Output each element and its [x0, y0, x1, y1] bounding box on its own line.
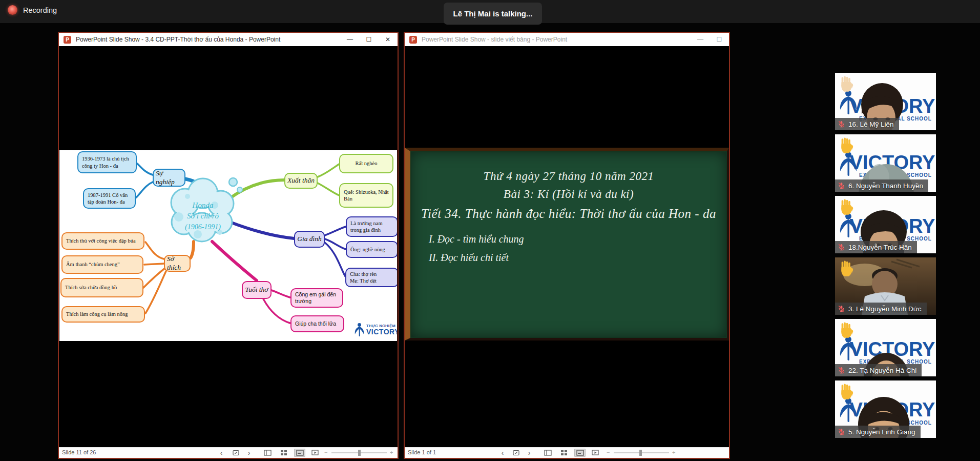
active-speaker-toast: Lê Thị Mai is talking...: [444, 3, 542, 25]
zoom-slider-thumb[interactable]: [639, 450, 642, 456]
mindmap-node: 1936-1973 là chủ tịch công ty Hon - đa: [77, 151, 137, 173]
slide-indicator: Slide 11 of 26: [62, 449, 96, 455]
recording-label: Recording: [23, 6, 57, 14]
chalkboard-slide: Thứ 4 ngày 27 tháng 10 năm 2021 Bài 3: K…: [405, 148, 729, 340]
mindmap-category-family: Gia đình: [294, 231, 325, 248]
mindmap-category-hobby: Sở thích: [164, 255, 191, 272]
normal-view-icon: [264, 450, 272, 456]
participant-tile[interactable]: VICTORY EXPERIMENTAL SCHOOL 6. Nguyễn Th…: [835, 134, 936, 192]
maximize-button[interactable]: ☐: [365, 36, 372, 43]
minimize-button[interactable]: —: [697, 36, 704, 43]
mic-muted-icon: [838, 120, 845, 128]
participant-tile[interactable]: 3. Lê Nguyễn Minh Đức: [835, 257, 936, 315]
normal-view-button[interactable]: [542, 449, 553, 457]
participant-tile[interactable]: VICTORY EXPERIMENTAL SCHOOL: [835, 196, 936, 253]
participant-name-bar: 16. Lê Mỹ Liên: [835, 118, 899, 130]
slide-sorter-icon: [560, 450, 568, 456]
center-line1: Honda: [169, 200, 237, 211]
window-title: PowerPoint Slide Show - 3.4 CD-PPT-Thời …: [76, 36, 280, 43]
participant-name: 18.Nguyễn Trúc Hân: [848, 244, 912, 251]
mindmap-node: 1987-1991 Cố vấn tập đoàn Hon- đa: [83, 188, 136, 209]
victory-bird-icon: [355, 322, 364, 338]
slideshow-view-button[interactable]: [309, 449, 321, 457]
mindmap-category-career: Sự nghiệp: [153, 169, 185, 187]
close-button[interactable]: ✕: [384, 36, 391, 43]
ppt-statusbar: Slide 11 of 26 ‹ ›: [59, 447, 398, 458]
mic-muted-icon: [838, 428, 845, 436]
slide-sorter-view-button[interactable]: [558, 449, 570, 457]
reading-view-button[interactable]: [294, 449, 305, 457]
zoom-in-button[interactable]: +: [390, 449, 393, 455]
normal-view-icon: [544, 450, 552, 456]
slide-sorter-view-button[interactable]: [278, 449, 289, 457]
previous-slide-button[interactable]: ‹: [497, 449, 508, 457]
mindmap-category-childhood: Tuổi thơ: [242, 281, 272, 299]
participant-name: 5. Nguyễn Linh Giang: [848, 428, 915, 436]
raised-hand-icon: [839, 260, 854, 277]
board-section-1: I. Đọc - tìm hiểu chung: [429, 233, 524, 245]
mindmap-node: Âm thanh “chùm cheng”: [61, 255, 143, 274]
previous-slide-button[interactable]: ‹: [216, 449, 227, 457]
zoom-out-button[interactable]: −: [607, 449, 610, 455]
mindmap-node: Ông: nghề nông: [346, 241, 397, 258]
mindmap-node: Giúp cha thổi lửa: [290, 315, 344, 332]
participant-name-bar: 5. Nguyễn Linh Giang: [835, 426, 921, 438]
annotation-pen-icon: [233, 450, 239, 456]
maximize-button[interactable]: ☐: [716, 36, 723, 43]
slide-sorter-icon: [280, 450, 287, 456]
normal-view-button[interactable]: [262, 449, 273, 457]
mindmap-node: Là trưởng nam trong gia đình: [346, 216, 397, 237]
reading-view-icon: [296, 450, 304, 456]
mindmap-node: Quê: Shizuoka, Nhật Bản: [339, 183, 393, 208]
mindmap-node: Thích làm công cụ làm nông: [61, 306, 145, 323]
minimize-button[interactable]: —: [346, 36, 353, 43]
participant-name-bar: 22. Tạ Nguyễn Hà Chi: [835, 364, 922, 376]
slideshow-icon: [592, 450, 599, 456]
mindmap-node: Thích sửa chữa đồng hồ: [60, 278, 143, 297]
window-controls: — ☐: [697, 33, 723, 46]
board-section-2: II. Đọc hiểu chi tiết: [429, 252, 509, 264]
window-controls: — ☐ ✕: [346, 33, 391, 46]
mindmap-node: Cha: thợ rèn Mẹ: Thợ dệt: [345, 268, 397, 287]
participant-name: 22. Tạ Nguyễn Hà Chi: [848, 367, 916, 374]
window-title: PowerPoint Slide Show - slide viết bảng …: [422, 36, 567, 43]
mindmap-node: Cõng em gái đến trường: [290, 288, 343, 308]
recording-dot-icon: [8, 5, 17, 15]
next-slide-button[interactable]: ›: [243, 449, 255, 457]
ppt-window-honda: P PowerPoint Slide Show - 3.4 CD-PPT-Thờ…: [58, 32, 399, 459]
raised-hand-icon: [839, 384, 854, 400]
mic-muted-icon: [838, 305, 845, 313]
mic-muted-icon: [838, 182, 845, 190]
mindmap-node: Thích thú với công việc đập búa: [61, 232, 144, 250]
reading-view-icon: [576, 450, 584, 456]
mic-muted-icon: [838, 243, 845, 251]
mindmap-category-origin: Xuất thân: [284, 173, 318, 189]
mic-muted-icon: [838, 366, 845, 374]
ppt-window-board: P PowerPoint Slide Show - slide viết bản…: [404, 32, 730, 459]
participant-tile[interactable]: VICTORY EXPERIMENTAL SCHOOL: [835, 73, 936, 130]
reading-view-button[interactable]: [574, 449, 586, 457]
zoom-in-button[interactable]: +: [672, 449, 675, 455]
participant-tile[interactable]: VICTORY EXPERIMENTAL SCHOOL: [835, 319, 936, 376]
participant-tile[interactable]: VICTORY EXPERIMENTAL SCHOOL: [835, 380, 936, 438]
powerpoint-icon: P: [64, 36, 71, 44]
raised-hand-icon: [839, 137, 854, 154]
participant-name: 6. Nguyễn Thanh Huyền: [848, 182, 923, 190]
zoom-slider-thumb[interactable]: [358, 450, 361, 456]
honda-mindmap-slide: Honda Sô i chi rô (1906-1991) 1936-1973 …: [59, 150, 397, 341]
board-lesson-line: Bài 3: Kí (Hồi kí và du kí): [410, 188, 727, 201]
board-title-line: Tiết 34. Thực hành đọc hiểu: Thời thơ ấu…: [410, 207, 727, 221]
meeting-top-bar: Recording Lê Thị Mai is talking...: [0, 0, 980, 23]
annotation-menu-button[interactable]: [230, 449, 241, 457]
window-titlebar[interactable]: P PowerPoint Slide Show - slide viết bản…: [405, 33, 729, 46]
victory-school-logo: THỰC NGHIỆM VICTORY: [355, 319, 397, 340]
raised-hand-icon: [839, 199, 854, 216]
slideshow-view-button[interactable]: [590, 449, 601, 457]
recording-indicator: Recording: [8, 5, 57, 15]
participant-name: 3. Lê Nguyễn Minh Đức: [848, 305, 922, 313]
center-line2: Sô i chi rô: [169, 211, 237, 222]
next-slide-button[interactable]: ›: [524, 449, 535, 457]
zoom-out-button[interactable]: −: [324, 449, 327, 455]
annotation-menu-button[interactable]: [510, 449, 522, 457]
annotation-pen-icon: [513, 450, 519, 456]
